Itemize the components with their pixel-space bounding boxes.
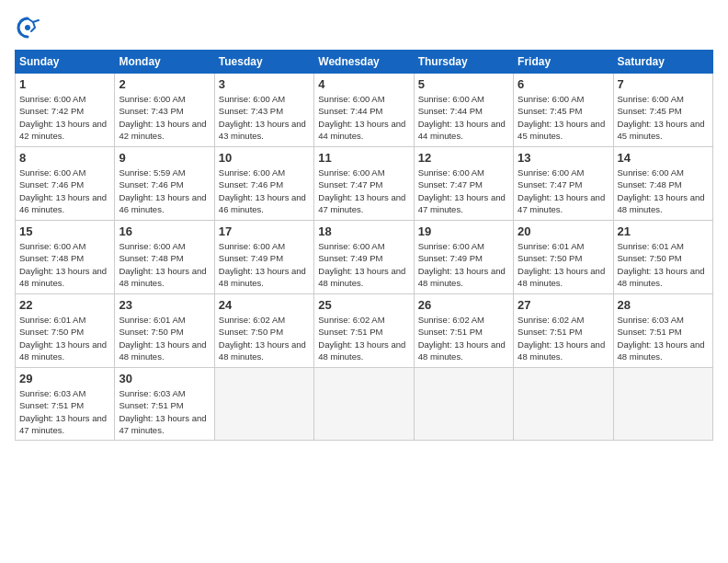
day-info: Sunrise: 6:00 AMSunset: 7:46 PMDaylight:… <box>19 167 107 214</box>
day-number: 16 <box>119 224 210 238</box>
day-info: Sunrise: 6:00 AMSunset: 7:42 PMDaylight:… <box>19 94 107 141</box>
calendar-day-cell: 15 Sunrise: 6:00 AMSunset: 7:48 PMDaylig… <box>16 221 115 294</box>
day-info: Sunrise: 6:00 AMSunset: 7:47 PMDaylight:… <box>518 167 605 214</box>
calendar-day-cell: 4 Sunrise: 6:00 AMSunset: 7:44 PMDayligh… <box>314 74 414 147</box>
day-info: Sunrise: 6:03 AMSunset: 7:51 PMDaylight:… <box>119 388 206 435</box>
day-info: Sunrise: 6:00 AMSunset: 7:47 PMDaylight:… <box>418 167 506 214</box>
day-number: 28 <box>618 298 709 312</box>
day-info: Sunrise: 6:00 AMSunset: 7:45 PMDaylight:… <box>618 94 705 141</box>
day-info: Sunrise: 6:00 AMSunset: 7:48 PMDaylight:… <box>19 241 107 288</box>
day-number: 30 <box>119 372 210 385</box>
weekday-header: Monday <box>115 51 214 74</box>
weekday-header: Saturday <box>613 51 712 74</box>
day-info: Sunrise: 6:00 AMSunset: 7:45 PMDaylight:… <box>518 94 605 141</box>
calendar-day-cell <box>414 368 513 441</box>
logo-icon <box>15 15 40 40</box>
svg-point-0 <box>25 25 30 30</box>
day-number: 14 <box>618 151 709 165</box>
day-number: 1 <box>19 77 110 91</box>
day-info: Sunrise: 6:01 AMSunset: 7:50 PMDaylight:… <box>618 241 705 288</box>
calendar-day-cell: 7 Sunrise: 6:00 AMSunset: 7:45 PMDayligh… <box>613 74 712 147</box>
calendar-week-row: 29 Sunrise: 6:03 AMSunset: 7:51 PMDaylig… <box>16 368 713 441</box>
day-info: Sunrise: 6:01 AMSunset: 7:50 PMDaylight:… <box>518 241 605 288</box>
calendar-day-cell: 24 Sunrise: 6:02 AMSunset: 7:50 PMDaylig… <box>214 294 313 368</box>
day-number: 18 <box>318 224 409 238</box>
calendar-day-cell: 8 Sunrise: 6:00 AMSunset: 7:46 PMDayligh… <box>16 147 115 221</box>
day-number: 17 <box>219 224 310 238</box>
logo <box>15 15 44 40</box>
day-number: 5 <box>418 77 509 91</box>
day-number: 4 <box>318 77 409 91</box>
day-info: Sunrise: 6:00 AMSunset: 7:49 PMDaylight:… <box>219 241 306 288</box>
weekday-header: Wednesday <box>314 51 414 74</box>
day-info: Sunrise: 6:00 AMSunset: 7:47 PMDaylight:… <box>318 167 405 214</box>
day-info: Sunrise: 6:02 AMSunset: 7:51 PMDaylight:… <box>418 315 506 362</box>
weekday-header: Friday <box>514 51 613 74</box>
day-info: Sunrise: 6:00 AMSunset: 7:43 PMDaylight:… <box>219 94 306 141</box>
calendar-day-cell: 17 Sunrise: 6:00 AMSunset: 7:49 PMDaylig… <box>214 221 313 294</box>
day-number: 8 <box>19 151 110 165</box>
calendar-day-cell: 13 Sunrise: 6:00 AMSunset: 7:47 PMDaylig… <box>514 147 613 221</box>
calendar-day-cell: 27 Sunrise: 6:02 AMSunset: 7:51 PMDaylig… <box>514 294 613 368</box>
day-number: 25 <box>318 298 409 312</box>
day-number: 23 <box>119 298 210 312</box>
calendar-week-row: 8 Sunrise: 6:00 AMSunset: 7:46 PMDayligh… <box>16 147 713 221</box>
weekday-header: Thursday <box>414 51 513 74</box>
day-number: 24 <box>219 298 310 312</box>
day-info: Sunrise: 6:02 AMSunset: 7:50 PMDaylight:… <box>219 315 306 362</box>
calendar-day-cell: 20 Sunrise: 6:01 AMSunset: 7:50 PMDaylig… <box>514 221 613 294</box>
day-number: 7 <box>618 77 709 91</box>
day-info: Sunrise: 6:03 AMSunset: 7:51 PMDaylight:… <box>618 315 705 362</box>
day-number: 12 <box>418 151 509 165</box>
calendar-day-cell <box>314 368 414 441</box>
day-number: 22 <box>19 298 110 312</box>
calendar-day-cell <box>613 368 712 441</box>
weekday-header: Tuesday <box>214 51 313 74</box>
day-info: Sunrise: 6:02 AMSunset: 7:51 PMDaylight:… <box>518 315 605 362</box>
calendar-table: SundayMondayTuesdayWednesdayThursdayFrid… <box>15 50 713 441</box>
calendar-page: SundayMondayTuesdayWednesdayThursdayFrid… <box>0 0 728 563</box>
calendar-day-cell: 23 Sunrise: 6:01 AMSunset: 7:50 PMDaylig… <box>115 294 214 368</box>
calendar-day-cell: 9 Sunrise: 5:59 AMSunset: 7:46 PMDayligh… <box>115 147 214 221</box>
day-info: Sunrise: 5:59 AMSunset: 7:46 PMDaylight:… <box>119 167 206 214</box>
calendar-day-cell: 10 Sunrise: 6:00 AMSunset: 7:46 PMDaylig… <box>214 147 313 221</box>
day-info: Sunrise: 6:00 AMSunset: 7:43 PMDaylight:… <box>119 94 206 141</box>
day-number: 10 <box>219 151 310 165</box>
calendar-day-cell: 16 Sunrise: 6:00 AMSunset: 7:48 PMDaylig… <box>115 221 214 294</box>
calendar-day-cell <box>514 368 613 441</box>
calendar-day-cell: 29 Sunrise: 6:03 AMSunset: 7:51 PMDaylig… <box>16 368 115 441</box>
day-number: 26 <box>418 298 509 312</box>
calendar-day-cell: 2 Sunrise: 6:00 AMSunset: 7:43 PMDayligh… <box>115 74 214 147</box>
day-number: 11 <box>318 151 409 165</box>
day-info: Sunrise: 6:00 AMSunset: 7:49 PMDaylight:… <box>418 241 506 288</box>
calendar-day-cell: 6 Sunrise: 6:00 AMSunset: 7:45 PMDayligh… <box>514 74 613 147</box>
day-number: 6 <box>518 77 609 91</box>
day-number: 2 <box>119 77 210 91</box>
day-info: Sunrise: 6:01 AMSunset: 7:50 PMDaylight:… <box>119 315 206 362</box>
calendar-week-row: 15 Sunrise: 6:00 AMSunset: 7:48 PMDaylig… <box>16 221 713 294</box>
day-info: Sunrise: 6:03 AMSunset: 7:51 PMDaylight:… <box>19 388 107 435</box>
calendar-day-cell <box>214 368 313 441</box>
calendar-day-cell: 19 Sunrise: 6:00 AMSunset: 7:49 PMDaylig… <box>414 221 513 294</box>
calendar-day-cell: 14 Sunrise: 6:00 AMSunset: 7:48 PMDaylig… <box>613 147 712 221</box>
day-number: 29 <box>19 372 110 385</box>
calendar-day-cell: 1 Sunrise: 6:00 AMSunset: 7:42 PMDayligh… <box>16 74 115 147</box>
day-info: Sunrise: 6:00 AMSunset: 7:48 PMDaylight:… <box>618 167 705 214</box>
header <box>15 15 713 40</box>
calendar-body: 1 Sunrise: 6:00 AMSunset: 7:42 PMDayligh… <box>16 74 713 441</box>
calendar-day-cell: 21 Sunrise: 6:01 AMSunset: 7:50 PMDaylig… <box>613 221 712 294</box>
calendar-day-cell: 11 Sunrise: 6:00 AMSunset: 7:47 PMDaylig… <box>314 147 414 221</box>
calendar-day-cell: 30 Sunrise: 6:03 AMSunset: 7:51 PMDaylig… <box>115 368 214 441</box>
day-number: 20 <box>518 224 609 238</box>
day-info: Sunrise: 6:02 AMSunset: 7:51 PMDaylight:… <box>318 315 405 362</box>
day-info: Sunrise: 6:00 AMSunset: 7:44 PMDaylight:… <box>418 94 506 141</box>
calendar-day-cell: 12 Sunrise: 6:00 AMSunset: 7:47 PMDaylig… <box>414 147 513 221</box>
calendar-day-cell: 25 Sunrise: 6:02 AMSunset: 7:51 PMDaylig… <box>314 294 414 368</box>
calendar-week-row: 1 Sunrise: 6:00 AMSunset: 7:42 PMDayligh… <box>16 74 713 147</box>
calendar-day-cell: 26 Sunrise: 6:02 AMSunset: 7:51 PMDaylig… <box>414 294 513 368</box>
calendar-day-cell: 18 Sunrise: 6:00 AMSunset: 7:49 PMDaylig… <box>314 221 414 294</box>
day-number: 9 <box>119 151 210 165</box>
day-number: 15 <box>19 224 110 238</box>
calendar-day-cell: 28 Sunrise: 6:03 AMSunset: 7:51 PMDaylig… <box>613 294 712 368</box>
calendar-header-row: SundayMondayTuesdayWednesdayThursdayFrid… <box>16 51 713 74</box>
